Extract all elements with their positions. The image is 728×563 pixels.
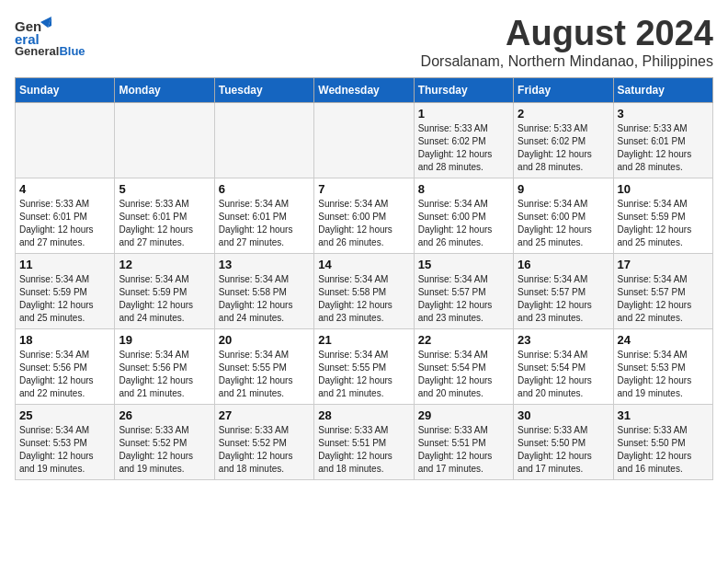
calendar-cell: 22Sunrise: 5:34 AM Sunset: 5:54 PM Dayli… (414, 328, 513, 404)
calendar-body: 1Sunrise: 5:33 AM Sunset: 6:02 PM Daylig… (16, 102, 713, 479)
calendar-cell: 28Sunrise: 5:33 AM Sunset: 5:51 PM Dayli… (314, 404, 414, 479)
day-number: 16 (518, 258, 609, 271)
day-info: Sunrise: 5:33 AM Sunset: 6:01 PM Dayligh… (119, 198, 210, 249)
day-info: Sunrise: 5:34 AM Sunset: 6:00 PM Dayligh… (418, 198, 509, 249)
day-number: 29 (418, 408, 509, 422)
calendar-cell: 8Sunrise: 5:34 AM Sunset: 6:00 PM Daylig… (414, 178, 513, 253)
calendar-cell: 19Sunrise: 5:34 AM Sunset: 5:56 PM Dayli… (115, 328, 214, 404)
calendar-cell: 14Sunrise: 5:34 AM Sunset: 5:58 PM Dayli… (314, 253, 414, 328)
day-info: Sunrise: 5:33 AM Sunset: 5:51 PM Dayligh… (318, 424, 409, 476)
weekday-row: SundayMondayTuesdayWednesdayThursdayFrid… (16, 77, 713, 102)
calendar-week-row: 1Sunrise: 5:33 AM Sunset: 6:02 PM Daylig… (16, 102, 713, 178)
weekday-header: Saturday (613, 77, 712, 102)
weekday-header: Thursday (414, 77, 513, 102)
calendar-week-row: 4Sunrise: 5:33 AM Sunset: 6:01 PM Daylig… (16, 178, 713, 253)
day-number: 24 (618, 333, 709, 347)
calendar-cell: 25Sunrise: 5:34 AM Sunset: 5:53 PM Dayli… (16, 404, 115, 479)
day-info: Sunrise: 5:34 AM Sunset: 5:59 PM Dayligh… (119, 273, 210, 325)
weekday-header: Friday (514, 77, 613, 102)
day-info: Sunrise: 5:34 AM Sunset: 6:01 PM Dayligh… (219, 198, 310, 249)
day-info: Sunrise: 5:33 AM Sunset: 5:52 PM Dayligh… (119, 424, 210, 476)
day-info: Sunrise: 5:34 AM Sunset: 5:54 PM Dayligh… (418, 349, 509, 400)
day-info: Sunrise: 5:34 AM Sunset: 6:00 PM Dayligh… (318, 198, 409, 249)
day-number: 25 (19, 408, 110, 422)
logo-blue: Blue (59, 44, 85, 58)
calendar-cell: 6Sunrise: 5:34 AM Sunset: 6:01 PM Daylig… (214, 178, 313, 253)
logo-icon: Gen eral (15, 15, 51, 48)
day-info: Sunrise: 5:33 AM Sunset: 5:52 PM Dayligh… (219, 424, 310, 476)
day-info: Sunrise: 5:33 AM Sunset: 6:02 PM Dayligh… (518, 122, 609, 174)
day-number: 10 (618, 182, 709, 196)
day-number: 19 (119, 333, 210, 347)
weekday-header: Sunday (16, 77, 115, 102)
day-number: 31 (618, 408, 709, 422)
day-info: Sunrise: 5:34 AM Sunset: 5:57 PM Dayligh… (618, 273, 709, 325)
day-number: 7 (318, 182, 409, 196)
calendar-cell: 27Sunrise: 5:33 AM Sunset: 5:52 PM Dayli… (214, 404, 313, 479)
day-info: Sunrise: 5:34 AM Sunset: 5:53 PM Dayligh… (618, 349, 709, 400)
day-info: Sunrise: 5:34 AM Sunset: 5:58 PM Dayligh… (318, 273, 409, 325)
calendar-cell: 4Sunrise: 5:33 AM Sunset: 6:01 PM Daylig… (16, 178, 115, 253)
day-info: Sunrise: 5:34 AM Sunset: 5:56 PM Dayligh… (119, 349, 210, 400)
calendar-cell: 12Sunrise: 5:34 AM Sunset: 5:59 PM Dayli… (115, 253, 214, 328)
calendar-cell: 20Sunrise: 5:34 AM Sunset: 5:55 PM Dayli… (214, 328, 313, 404)
calendar-cell: 9Sunrise: 5:34 AM Sunset: 6:00 PM Daylig… (514, 178, 613, 253)
calendar-cell: 5Sunrise: 5:33 AM Sunset: 6:01 PM Daylig… (115, 178, 214, 253)
day-info: Sunrise: 5:34 AM Sunset: 5:53 PM Dayligh… (19, 424, 110, 476)
day-number: 21 (318, 333, 409, 347)
calendar-cell: 18Sunrise: 5:34 AM Sunset: 5:56 PM Dayli… (16, 328, 115, 404)
location: Dorsalanam, Northern Mindanao, Philippin… (421, 53, 713, 70)
calendar-cell: 11Sunrise: 5:34 AM Sunset: 5:59 PM Dayli… (16, 253, 115, 328)
calendar-cell: 13Sunrise: 5:34 AM Sunset: 5:58 PM Dayli… (214, 253, 313, 328)
calendar-week-row: 18Sunrise: 5:34 AM Sunset: 5:56 PM Dayli… (16, 328, 713, 404)
calendar-cell: 23Sunrise: 5:34 AM Sunset: 5:54 PM Dayli… (514, 328, 613, 404)
day-number: 9 (518, 182, 609, 196)
calendar-cell: 2Sunrise: 5:33 AM Sunset: 6:02 PM Daylig… (514, 102, 613, 178)
calendar-cell: 30Sunrise: 5:33 AM Sunset: 5:50 PM Dayli… (514, 404, 613, 479)
day-info: Sunrise: 5:33 AM Sunset: 6:01 PM Dayligh… (19, 198, 110, 249)
calendar-cell: 10Sunrise: 5:34 AM Sunset: 5:59 PM Dayli… (613, 178, 712, 253)
day-number: 14 (318, 258, 409, 271)
page-header: Gen eral GeneralBlue August 2024 Dorsala… (15, 15, 713, 70)
calendar-cell: 7Sunrise: 5:34 AM Sunset: 6:00 PM Daylig… (314, 178, 414, 253)
day-number: 17 (618, 258, 709, 271)
calendar-cell (214, 102, 313, 178)
day-info: Sunrise: 5:33 AM Sunset: 6:02 PM Dayligh… (418, 122, 509, 174)
calendar-cell: 26Sunrise: 5:33 AM Sunset: 5:52 PM Dayli… (115, 404, 214, 479)
calendar-week-row: 25Sunrise: 5:34 AM Sunset: 5:53 PM Dayli… (16, 404, 713, 479)
calendar-header: SundayMondayTuesdayWednesdayThursdayFrid… (16, 77, 713, 102)
day-number: 4 (19, 182, 110, 196)
day-number: 23 (518, 333, 609, 347)
calendar-cell: 21Sunrise: 5:34 AM Sunset: 5:55 PM Dayli… (314, 328, 414, 404)
day-info: Sunrise: 5:34 AM Sunset: 5:55 PM Dayligh… (219, 349, 310, 400)
weekday-header: Monday (115, 77, 214, 102)
day-info: Sunrise: 5:33 AM Sunset: 5:50 PM Dayligh… (518, 424, 609, 476)
day-number: 2 (518, 107, 609, 121)
calendar-cell (115, 102, 214, 178)
day-number: 20 (219, 333, 310, 347)
calendar-cell: 31Sunrise: 5:33 AM Sunset: 5:50 PM Dayli… (613, 404, 712, 479)
calendar-cell: 24Sunrise: 5:34 AM Sunset: 5:53 PM Dayli… (613, 328, 712, 404)
day-info: Sunrise: 5:34 AM Sunset: 5:54 PM Dayligh… (518, 349, 609, 400)
day-info: Sunrise: 5:34 AM Sunset: 5:59 PM Dayligh… (618, 198, 709, 249)
calendar-cell: 17Sunrise: 5:34 AM Sunset: 5:57 PM Dayli… (613, 253, 712, 328)
weekday-header: Tuesday (214, 77, 313, 102)
weekday-header: Wednesday (314, 77, 414, 102)
calendar-cell: 3Sunrise: 5:33 AM Sunset: 6:01 PM Daylig… (613, 102, 712, 178)
day-number: 5 (119, 182, 210, 196)
day-info: Sunrise: 5:34 AM Sunset: 5:57 PM Dayligh… (418, 273, 509, 325)
day-info: Sunrise: 5:33 AM Sunset: 5:51 PM Dayligh… (418, 424, 509, 476)
day-number: 15 (418, 258, 509, 271)
day-number: 22 (418, 333, 509, 347)
day-info: Sunrise: 5:34 AM Sunset: 6:00 PM Dayligh… (518, 198, 609, 249)
day-number: 28 (318, 408, 409, 422)
calendar-cell (16, 102, 115, 178)
day-number: 3 (618, 107, 709, 121)
day-number: 11 (19, 258, 110, 271)
day-number: 13 (219, 258, 310, 271)
svg-text:eral: eral (15, 31, 40, 47)
calendar-cell (314, 102, 414, 178)
day-info: Sunrise: 5:33 AM Sunset: 5:50 PM Dayligh… (618, 424, 709, 476)
day-info: Sunrise: 5:34 AM Sunset: 5:55 PM Dayligh… (318, 349, 409, 400)
day-info: Sunrise: 5:34 AM Sunset: 5:58 PM Dayligh… (219, 273, 310, 325)
